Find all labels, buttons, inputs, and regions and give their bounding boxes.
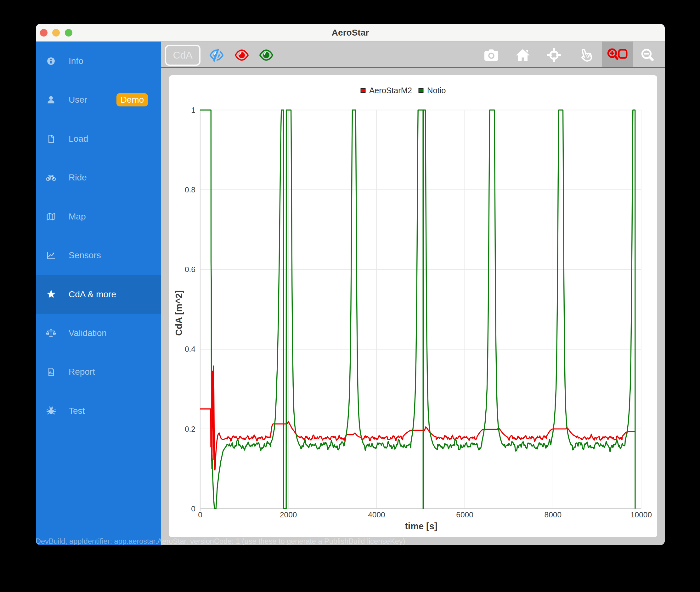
svg-text:8000: 8000 — [544, 510, 562, 519]
svg-text:AeroStarM2: AeroStarM2 — [369, 86, 412, 95]
svg-text:2000: 2000 — [280, 510, 297, 519]
svg-text:0.6: 0.6 — [185, 265, 196, 274]
svg-text:4000: 4000 — [368, 510, 385, 519]
svg-text:0: 0 — [191, 504, 196, 513]
svg-text:CdA [m^2]: CdA [m^2] — [174, 290, 184, 336]
svg-text:0: 0 — [198, 510, 202, 519]
svg-text:0.4: 0.4 — [185, 345, 196, 353]
svg-text:10000: 10000 — [631, 510, 652, 519]
svg-text:Notio: Notio — [427, 86, 446, 95]
svg-text:6000: 6000 — [456, 510, 473, 519]
svg-text:0.8: 0.8 — [185, 186, 196, 194]
svg-text:0.2: 0.2 — [185, 425, 196, 433]
svg-text:time [s]: time [s] — [405, 521, 437, 531]
svg-text:1: 1 — [191, 106, 196, 114]
